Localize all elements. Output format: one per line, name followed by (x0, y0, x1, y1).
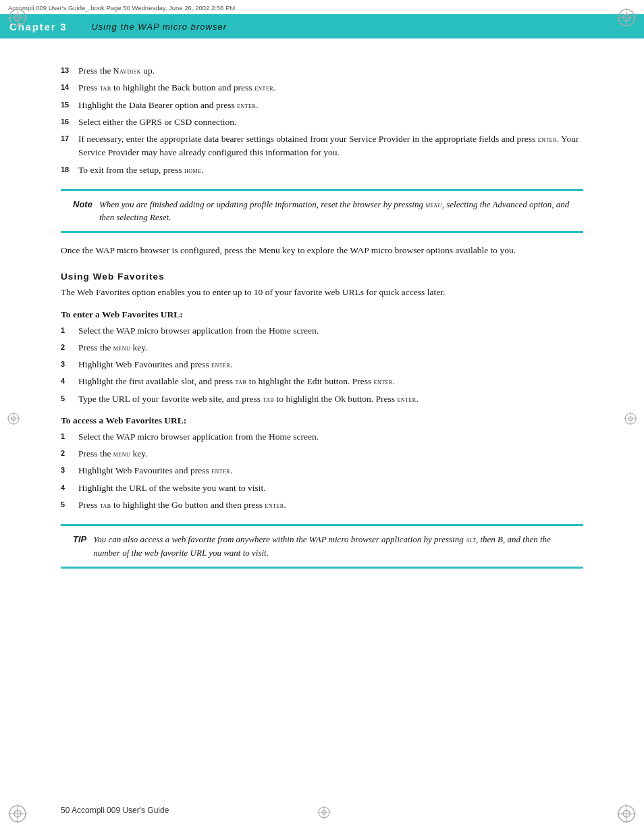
footer: 50 Accompli 009 User's Guide (61, 806, 169, 815)
tip-text: You can also access a web favorite from … (93, 533, 571, 560)
access-step-1: 1 Select the WAP micro browser applicati… (61, 430, 583, 444)
subsection-enter-label: To enter a Web Favorites URL: (61, 309, 583, 320)
step-13-text: Press the Navdisk up. (78, 64, 583, 78)
corner-mark-br (617, 804, 636, 826)
enter-step-3-text: Highlight Web Favourites and press enter… (78, 358, 583, 371)
access-step-5-num: 5 (61, 498, 78, 512)
step-16-num: 16 (61, 115, 78, 129)
access-step-5: 5 Press tab to highlight the Go button a… (61, 498, 583, 512)
access-step-4: 4 Highlight the URL of the website you w… (61, 481, 583, 495)
step-15-num: 15 (61, 99, 78, 112)
access-step-2-text: Press the menu key. (78, 447, 583, 461)
section-heading: Using Web Favorites (61, 271, 583, 282)
step-17-num: 17 (61, 132, 78, 160)
access-step-1-num: 1 (61, 430, 78, 444)
top-meta-line: Accompli 009 User's Guide_.book Page 50 … (0, 0, 644, 14)
enter-sc-a5: enter (265, 500, 284, 510)
step-15: 15 Highlight the Data Bearer option and … (61, 99, 583, 112)
corner-mark-bl (8, 804, 27, 826)
access-step-5-text: Press tab to highlight the Go button and… (78, 498, 583, 512)
home-sc: home (184, 165, 201, 175)
tab-sc-e5: tab (263, 394, 274, 404)
access-step-4-text: Highlight the URL of the website you wan… (78, 481, 583, 495)
enter-step-5-num: 5 (61, 392, 78, 406)
corner-mark-tl (8, 8, 27, 30)
enter-steps-list: 1 Select the WAP micro browser applicati… (61, 324, 583, 406)
step-16-text: Select either the GPRS or CSD connection… (78, 115, 583, 129)
menu-sc-e2: menu (113, 343, 130, 353)
note-box: Note When you are finished adding or upd… (61, 189, 583, 233)
enter-sc-e3: enter (211, 360, 230, 369)
chapter-header: Chapter 3 Using the WAP micro browser (0, 14, 644, 38)
side-mark-left (7, 412, 20, 428)
section-intro: The Web Favorites option enables you to … (61, 286, 583, 300)
access-step-3-text: Highlight Web Favourites and press enter… (78, 464, 583, 477)
enter-step-3: 3 Highlight Web Favourites and press ent… (61, 358, 583, 371)
access-step-2-num: 2 (61, 447, 78, 461)
enter-step-5: 5 Type the URL of your favorite web site… (61, 392, 583, 406)
step-13: 13 Press the Navdisk up. (61, 64, 583, 78)
enter-step-1: 1 Select the WAP micro browser applicati… (61, 324, 583, 338)
step-16: 16 Select either the GPRS or CSD connect… (61, 115, 583, 129)
subsection-access-label: To access a Web Favorites URL: (61, 415, 583, 426)
enter-sc-e5: enter (397, 394, 416, 404)
access-step-4-num: 4 (61, 481, 78, 495)
enter-sc-14: enter (254, 83, 273, 93)
step-18-num: 18 (61, 163, 78, 177)
step-17-text: If necessary, enter the appropriate data… (78, 132, 583, 160)
enter-step-1-text: Select the WAP micro browser application… (78, 324, 583, 338)
enter-sc-17: enter (538, 134, 557, 144)
corner-mark-tr (617, 8, 636, 30)
tab-sc-14: tab (100, 83, 111, 93)
enter-step-2: 2 Press the menu key. (61, 341, 583, 355)
access-step-2: 2 Press the menu key. (61, 447, 583, 461)
step-13-num: 13 (61, 64, 78, 78)
navdisk-sc: Navdisk (113, 66, 141, 76)
side-mark-right (624, 412, 637, 428)
enter-step-3-num: 3 (61, 358, 78, 371)
step-14-num: 14 (61, 81, 78, 95)
menu-sc-note: menu (425, 200, 442, 209)
step-15-text: Highlight the Data Bearer option and pre… (78, 99, 583, 112)
enter-step-2-text: Press the menu key. (78, 341, 583, 355)
note-text: When you are finished adding or updating… (99, 198, 571, 224)
step-18-text: To exit from the setup, press home. (78, 163, 583, 177)
access-steps-list: 1 Select the WAP micro browser applicati… (61, 430, 583, 512)
note-label: Note (73, 198, 92, 224)
chapter-title: Using the WAP micro browser (79, 22, 227, 32)
enter-step-4: 4 Highlight the first available slot, an… (61, 375, 583, 388)
access-step-3: 3 Highlight Web Favourites and press ent… (61, 464, 583, 477)
enter-step-1-num: 1 (61, 324, 78, 338)
bottom-mark-center (317, 806, 331, 822)
enter-step-4-text: Highlight the first available slot, and … (78, 375, 583, 388)
alt-sc: alt (466, 535, 476, 544)
enter-sc-a3: enter (211, 466, 230, 475)
tab-sc-a5: tab (100, 500, 111, 510)
body-paragraph: Once the WAP micro browser is configured… (61, 244, 583, 258)
tab-sc-e4: tab (235, 377, 246, 386)
page-container: Accompli 009 User's Guide_.book Page 50 … (0, 0, 644, 834)
enter-step-5-text: Type the URL of your favorite web site, … (78, 392, 583, 406)
enter-step-2-num: 2 (61, 341, 78, 355)
access-step-1-text: Select the WAP micro browser application… (78, 430, 583, 444)
enter-step-4-num: 4 (61, 375, 78, 388)
enter-sc-15: enter (237, 101, 256, 110)
main-content: 13 Press the Navdisk up. 14 Press tab to… (0, 38, 644, 600)
enter-sc-e4: enter (374, 377, 393, 386)
step-14-text: Press tab to highlight the Back button a… (78, 81, 583, 95)
initial-steps-list: 13 Press the Navdisk up. 14 Press tab to… (61, 64, 583, 177)
step-17: 17 If necessary, enter the appropriate d… (61, 132, 583, 160)
step-18: 18 To exit from the setup, press home. (61, 163, 583, 177)
tip-label: TIP (73, 533, 86, 560)
step-14: 14 Press tab to highlight the Back butto… (61, 81, 583, 95)
access-step-3-num: 3 (61, 464, 78, 477)
menu-sc-a2: menu (113, 449, 130, 459)
tip-box: TIP You can also access a web favorite f… (61, 524, 583, 569)
